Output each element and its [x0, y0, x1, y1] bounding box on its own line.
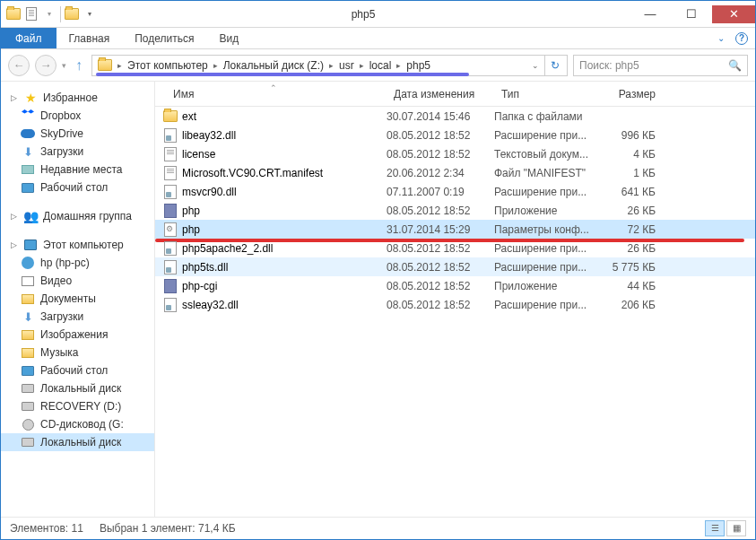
file-name: php [178, 223, 387, 236]
sidebar-thispc[interactable]: ▷ Этот компьютер [1, 236, 154, 254]
file-name: license [178, 148, 387, 161]
address-field[interactable]: ▸ Этот компьютер ▸ Локальный диск (Z:) ▸… [91, 55, 568, 76]
address-dropdown-icon[interactable]: ⌄ [526, 61, 544, 70]
file-size: 996 КБ [602, 129, 673, 142]
file-row[interactable]: php08.05.2012 18:52Приложение26 КБ [155, 201, 755, 220]
file-row[interactable]: Microsoft.VC90.CRT.manifest20.06.2012 2:… [155, 163, 755, 182]
folder-icon [65, 7, 79, 22]
view-icons-button[interactable]: ▦ [726, 520, 746, 536]
chevron-right-icon[interactable]: ▸ [395, 61, 403, 70]
file-icon [162, 185, 178, 199]
file-type: Расширение при... [494, 129, 602, 142]
expand-ribbon-icon[interactable]: ⌄ [717, 33, 725, 43]
forward-button[interactable]: → [35, 55, 56, 76]
sidebar-item[interactable]: ⬇Загрузки [1, 308, 154, 326]
sidebar-item-downloads[interactable]: ⬇Загрузки [1, 143, 154, 161]
sidebar-item[interactable]: CD-дисковод (G: [1, 415, 154, 433]
sidebar-item[interactable]: Локальный диск [1, 433, 154, 451]
sidebar-item-desktop[interactable]: Рабочий стол [1, 179, 154, 196]
file-size: 44 КБ [602, 280, 673, 292]
annotation-highlight [155, 239, 744, 242]
sidebar-item-dropbox[interactable]: Dropbox [1, 107, 154, 125]
sidebar-item[interactable]: Рабочий стол [1, 361, 154, 379]
file-row[interactable]: license08.05.2012 18:52Текстовый докум..… [155, 144, 755, 163]
computer-icon [22, 257, 34, 269]
file-date: 20.06.2012 2:34 [387, 167, 494, 179]
tab-share[interactable]: Поделиться [122, 28, 206, 48]
close-button[interactable]: ✕ [712, 5, 755, 23]
file-icon [162, 204, 178, 218]
file-row[interactable]: ext30.07.2014 15:46Папка с файлами [155, 107, 755, 126]
tab-view[interactable]: Вид [206, 28, 251, 48]
file-row[interactable]: ssleay32.dll08.05.2012 18:52Расширение п… [155, 295, 755, 314]
file-row[interactable]: php31.07.2014 15:29Параметры конф...72 К… [155, 220, 755, 239]
search-input[interactable]: Поиск: php5 🔍 [573, 55, 748, 76]
file-date: 08.05.2012 18:52 [387, 299, 494, 311]
sidebar-item[interactable]: Документы [1, 290, 154, 308]
file-size: 641 КБ [602, 186, 673, 198]
chevron-right-icon[interactable]: ▸ [212, 61, 220, 70]
sidebar-item[interactable]: Изображения [1, 326, 154, 344]
tab-home[interactable]: Главная [56, 28, 123, 48]
history-dropdown-icon[interactable]: ▾ [62, 61, 66, 70]
sidebar-item[interactable]: RECOVERY (D:) [1, 397, 154, 415]
star-icon: ★ [23, 91, 38, 105]
file-icon [162, 166, 178, 180]
file-type: Файл "MANIFEST" [494, 167, 602, 179]
download-icon: ⬇ [21, 144, 35, 159]
sidebar-item[interactable]: Видео [1, 272, 154, 290]
chevron-right-icon[interactable]: ▸ [327, 61, 335, 70]
file-row[interactable]: libeay32.dll08.05.2012 18:52Расширение п… [155, 126, 755, 144]
file-type: Расширение при... [494, 261, 602, 274]
sidebar-favorites[interactable]: ▷ ★ Избранное [1, 89, 154, 107]
minimize-button[interactable]: — [630, 5, 671, 23]
back-button[interactable]: ← [8, 55, 30, 76]
collapse-icon[interactable]: ▷ [10, 241, 18, 249]
maximize-button[interactable]: ☐ [671, 5, 712, 23]
desktop-icon [22, 183, 34, 193]
qat-dropdown-icon[interactable]: ▾ [83, 7, 97, 22]
sort-indicator-icon: ⌃ [270, 83, 277, 92]
file-tab[interactable]: Файл [1, 28, 56, 48]
annotation-underline [96, 73, 469, 76]
collapse-icon[interactable]: ▷ [10, 94, 18, 102]
sidebar-item[interactable]: Музыка [1, 344, 154, 361]
file-icon [162, 241, 178, 256]
chevron-right-icon[interactable]: ▸ [358, 61, 366, 70]
sidebar-item[interactable]: hp (hp-pc) [1, 254, 154, 272]
sidebar-item-label: Избранное [43, 91, 98, 104]
file-type: Параметры конф... [494, 223, 602, 236]
search-icon[interactable]: 🔍 [728, 59, 742, 72]
homegroup-icon: 👥 [23, 209, 38, 223]
document-icon[interactable] [24, 7, 39, 22]
collapse-icon[interactable]: ▷ [10, 213, 18, 221]
file-date: 31.07.2014 15:29 [387, 223, 494, 236]
file-name: msvcr90.dll [178, 186, 387, 198]
chevron-right-icon[interactable]: ▸ [116, 61, 124, 70]
file-date: 08.05.2012 18:52 [387, 129, 494, 142]
sidebar-item-skydrive[interactable]: SkyDrive [1, 125, 154, 143]
sidebar-item-recent[interactable]: Недавние места [1, 161, 154, 179]
file-size: 4 КБ [602, 148, 673, 161]
sidebar-item[interactable]: Локальный диск [1, 379, 154, 397]
column-date[interactable]: Дата изменения [387, 88, 494, 100]
column-type[interactable]: Тип [494, 88, 602, 100]
sidebar-homegroup[interactable]: ▷ 👥 Домашняя группа [1, 207, 154, 225]
refresh-button[interactable]: ↻ [544, 56, 565, 75]
view-details-button[interactable]: ☰ [705, 520, 725, 536]
help-icon[interactable]: ? [735, 32, 748, 45]
cloud-icon [21, 129, 35, 138]
file-size: 206 КБ [602, 299, 673, 311]
up-button[interactable]: ↑ [72, 57, 86, 74]
column-size[interactable]: Размер [602, 88, 673, 100]
file-name: Microsoft.VC90.CRT.manifest [178, 167, 387, 179]
column-headers: Имя Дата изменения Тип Размер [155, 82, 755, 107]
file-row[interactable]: msvcr90.dll07.11.2007 0:19Расширение при… [155, 182, 755, 201]
sidebar: ▷ ★ Избранное Dropbox SkyDrive ⬇Загрузки… [1, 82, 155, 517]
folder-icon [98, 59, 112, 71]
file-row[interactable]: php-cgi08.05.2012 18:52Приложение44 КБ [155, 276, 755, 295]
qat-dropdown-icon[interactable]: ▾ [42, 7, 56, 22]
file-row[interactable]: php5ts.dll08.05.2012 18:52Расширение при… [155, 257, 755, 276]
file-name: php [178, 205, 387, 217]
disk-icon [22, 384, 34, 393]
